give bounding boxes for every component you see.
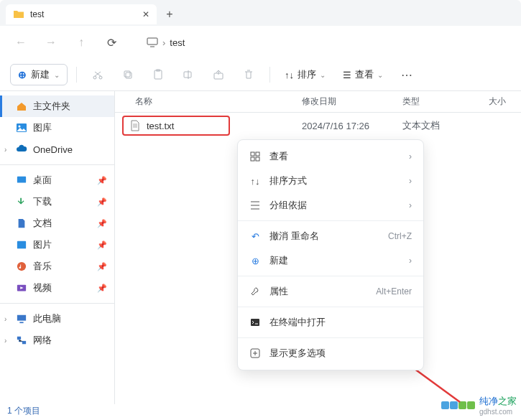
file-name: test.txt xyxy=(147,121,174,131)
refresh-button[interactable]: ⟳ xyxy=(101,32,122,53)
plus-icon: ⊕ xyxy=(249,255,261,266)
home-icon xyxy=(16,101,27,112)
shortcut: Alt+Enter xyxy=(376,286,412,297)
back-button[interactable]: ← xyxy=(10,32,32,53)
svg-point-13 xyxy=(17,262,26,271)
sidebar-item-videos[interactable]: 视频 📌 xyxy=(0,277,114,299)
gallery-icon xyxy=(16,122,27,134)
chevron-right-icon: › xyxy=(409,200,412,210)
chevron-right-icon: › xyxy=(409,176,412,186)
svg-rect-18 xyxy=(251,152,254,156)
sort-button[interactable]: ↑↓ 排序 ⌄ xyxy=(279,64,331,85)
sidebar-item-desktop[interactable]: 桌面 📌 xyxy=(0,169,114,191)
svg-rect-19 xyxy=(256,152,259,156)
ctx-terminal[interactable]: 在终端中打开 xyxy=(238,310,423,335)
column-size[interactable]: 大小 xyxy=(489,95,506,108)
path-segment[interactable]: test xyxy=(170,37,185,48)
pc-icon xyxy=(16,313,27,325)
ctx-view[interactable]: 查看 › xyxy=(238,144,423,169)
pin-icon: 📌 xyxy=(97,241,107,250)
context-menu: 查看 › ↑↓ 排序方式 › 分组依据 › ↶ 撤消 重命名 Ctrl+Z ⊕ … xyxy=(237,139,424,370)
pin-icon: 📌 xyxy=(97,176,107,185)
status-bar: 1 个项目 xyxy=(7,405,40,417)
more-button[interactable]: ⋯ xyxy=(395,64,419,85)
svg-rect-22 xyxy=(251,319,259,326)
ctx-properties[interactable]: 属性 Alt+Enter xyxy=(238,279,423,304)
tab-test[interactable]: test ✕ xyxy=(6,4,157,24)
network-icon xyxy=(16,335,27,346)
chevron-right-icon: › xyxy=(4,337,6,345)
copy-icon[interactable] xyxy=(116,64,140,85)
sidebar-item-home[interactable]: 主文件夹 xyxy=(0,95,114,117)
chevron-down-icon: ⌄ xyxy=(54,71,60,79)
watermark: 纯净之家 gdhst.com xyxy=(441,395,517,416)
column-type[interactable]: 类型 xyxy=(402,95,489,108)
cut-icon[interactable] xyxy=(86,64,110,85)
column-date[interactable]: 修改日期 xyxy=(302,95,402,108)
column-name[interactable]: 名称 xyxy=(115,95,302,108)
chevron-right-icon: › xyxy=(4,146,6,154)
view-icon: ☰ xyxy=(343,70,351,80)
folder-icon xyxy=(13,9,24,20)
pin-icon: 📌 xyxy=(97,262,107,271)
paste-icon[interactable] xyxy=(146,64,170,85)
close-icon[interactable]: ✕ xyxy=(142,9,149,19)
share-icon[interactable] xyxy=(206,64,231,85)
svg-point-1 xyxy=(93,76,96,79)
sidebar-item-thispc[interactable]: › 此电脑 xyxy=(0,308,114,330)
chevron-down-icon: ⌄ xyxy=(320,71,326,79)
svg-rect-11 xyxy=(17,177,26,183)
download-icon xyxy=(16,196,27,207)
ctx-undo[interactable]: ↶ 撤消 重命名 Ctrl+Z xyxy=(238,224,423,248)
ctx-new[interactable]: ⊕ 新建 › xyxy=(238,248,423,273)
textfile-icon xyxy=(129,120,141,131)
rename-icon[interactable] xyxy=(176,64,200,85)
delete-icon[interactable] xyxy=(236,64,261,85)
view-button[interactable]: ☰ 查看 ⌄ xyxy=(337,64,389,85)
sidebar-item-documents[interactable]: 文档 📌 xyxy=(0,213,114,234)
monitor-icon xyxy=(147,37,158,48)
sidebar-item-gallery[interactable]: 图库 xyxy=(0,117,114,139)
terminal-icon xyxy=(249,317,261,328)
undo-icon: ↶ xyxy=(249,230,261,242)
sidebar-item-onedrive[interactable]: › OneDrive xyxy=(0,139,114,160)
wrench-icon xyxy=(249,286,261,297)
more-icon xyxy=(249,347,261,359)
sidebar-item-music[interactable]: 音乐 📌 xyxy=(0,256,114,277)
file-type: 文本文档 xyxy=(402,119,489,132)
sidebar-item-downloads[interactable]: 下载 📌 xyxy=(0,191,114,213)
music-icon xyxy=(16,261,27,272)
svg-rect-15 xyxy=(17,315,26,321)
svg-rect-0 xyxy=(147,38,157,45)
grid-icon xyxy=(249,151,261,162)
sidebar-item-pictures[interactable]: 图片 📌 xyxy=(0,234,114,256)
new-button[interactable]: ⊕ 新建 ⌄ xyxy=(10,64,68,85)
file-row[interactable]: test.txt 2024/7/16 17:26 文本文档 xyxy=(115,113,521,139)
svg-rect-12 xyxy=(17,241,26,249)
pin-icon: 📌 xyxy=(97,284,107,293)
sidebar-item-network[interactable]: › 网络 xyxy=(0,330,114,351)
chevron-right-icon: › xyxy=(409,256,412,266)
path-bar[interactable]: › test xyxy=(147,37,185,48)
svg-rect-20 xyxy=(251,157,254,161)
ctx-sort[interactable]: ↑↓ 排序方式 › xyxy=(238,169,423,193)
forward-button[interactable]: → xyxy=(40,32,62,53)
svg-rect-4 xyxy=(126,73,132,78)
shortcut: Ctrl+Z xyxy=(388,231,412,241)
chevron-down-icon: ⌄ xyxy=(377,71,383,79)
pin-icon: 📌 xyxy=(97,219,107,228)
group-icon xyxy=(249,200,261,211)
chevron-right-icon: › xyxy=(4,315,6,323)
ctx-more[interactable]: 显示更多选项 xyxy=(238,341,423,365)
svg-point-10 xyxy=(19,126,21,128)
pin-icon: 📌 xyxy=(97,197,107,207)
new-label: 新建 xyxy=(31,68,50,81)
up-button[interactable]: ↑ xyxy=(70,32,92,53)
svg-rect-21 xyxy=(256,157,259,161)
svg-point-2 xyxy=(99,76,102,79)
sidebar: 主文件夹 图库 › OneDrive 桌面 📌 下载 📌 文档 📌 xyxy=(0,91,115,404)
ctx-group[interactable]: 分组依据 › xyxy=(238,193,423,218)
new-tab-button[interactable]: + xyxy=(160,4,180,24)
file-highlight: test.txt xyxy=(122,116,230,136)
svg-rect-7 xyxy=(184,72,191,78)
